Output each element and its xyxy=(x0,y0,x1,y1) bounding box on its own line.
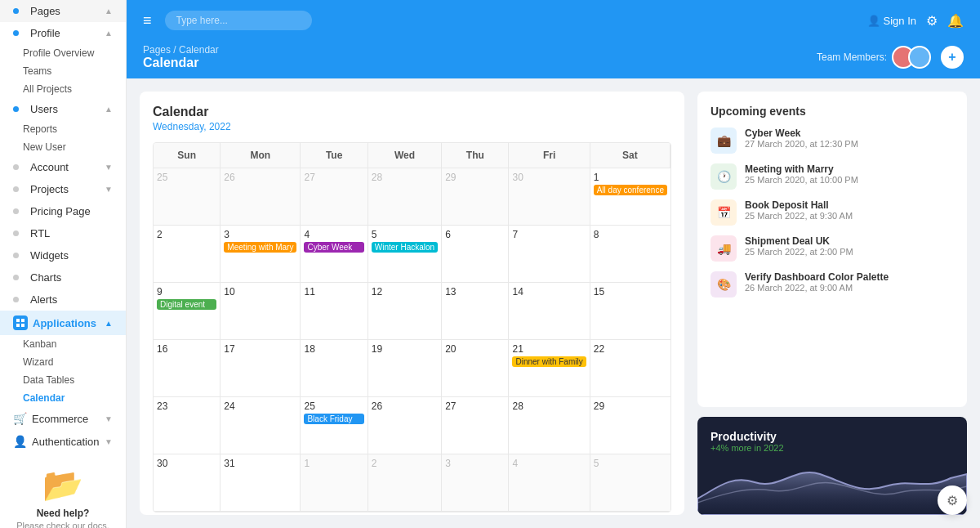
event-bar[interactable]: Digital event xyxy=(157,299,216,310)
applications-icon xyxy=(13,315,28,330)
cal-cell[interactable]: 10 xyxy=(220,283,301,340)
cal-cell[interactable]: 1All day conference xyxy=(590,168,670,226)
day-number: 17 xyxy=(224,343,296,355)
sidebar-item-charts[interactable]: Charts xyxy=(0,266,126,289)
cal-cell[interactable]: 27 xyxy=(442,397,509,454)
cal-cell[interactable]: 3Meeting with Mary xyxy=(220,226,301,283)
header-right: 👤 Sign In ⚙ 🔔 xyxy=(867,13,964,29)
sidebar-item-profile[interactable]: Profile ▲ xyxy=(0,22,126,44)
cal-cell[interactable]: 11 xyxy=(301,283,368,340)
cal-cell[interactable]: 30 xyxy=(509,168,590,226)
right-panel: Upcoming events 💼 Cyber Week 27 March 20… xyxy=(697,92,967,515)
cal-cell[interactable]: 1 xyxy=(301,454,368,512)
sidebar-item-users[interactable]: Users ▲ xyxy=(0,98,126,120)
sidebar-sub-calendar[interactable]: Calendar xyxy=(0,389,126,407)
cal-cell[interactable]: 26 xyxy=(220,168,301,226)
cal-cell[interactable]: 29 xyxy=(442,168,509,226)
cal-cell[interactable]: 9Digital event xyxy=(154,283,220,340)
cal-cell[interactable]: 15 xyxy=(590,283,670,340)
sidebar-sub-profile-overview[interactable]: Profile Overview xyxy=(0,44,126,62)
help-icon: 📂 xyxy=(13,466,113,504)
sidebar-sub-data-tables[interactable]: Data Tables xyxy=(0,371,126,389)
cal-cell[interactable]: 22 xyxy=(590,340,670,397)
svg-rect-1 xyxy=(21,319,24,322)
event-bar[interactable]: Dinner with Family xyxy=(512,356,586,367)
sidebar-item-projects[interactable]: Projects ▼ xyxy=(0,178,126,200)
cal-cell[interactable]: 5 xyxy=(590,454,670,512)
cal-cell[interactable]: 4 xyxy=(509,454,590,512)
notification-icon[interactable]: 🔔 xyxy=(947,13,964,29)
settings-fab-button[interactable]: ⚙ xyxy=(938,485,967,515)
sidebar-item-pages[interactable]: Pages ▲ xyxy=(0,0,126,22)
cal-cell[interactable]: 2 xyxy=(154,226,220,283)
cal-cell[interactable]: 5Winter Hackalon xyxy=(368,226,442,283)
cal-cell[interactable]: 24 xyxy=(220,397,301,454)
cal-cell[interactable]: 3 xyxy=(442,454,509,512)
event-info: Shipment Deal UK 25 March 2022, at 2:00 … xyxy=(745,235,853,257)
add-team-member-button[interactable]: + xyxy=(941,46,964,69)
cal-cell[interactable]: 31 xyxy=(220,454,301,512)
cal-cell[interactable]: 25Black Friday xyxy=(301,397,368,454)
calendar-grid: SunMonTueWedThuFriSat2526272829301All da… xyxy=(153,142,671,512)
sidebar-item-widgets[interactable]: Widgets xyxy=(0,244,126,266)
sidebar-sub-reports[interactable]: Reports xyxy=(0,120,126,138)
cal-cell[interactable]: 21Dinner with Family xyxy=(509,340,590,397)
team-members-area: Team Members: + xyxy=(817,46,964,69)
cal-cell[interactable]: 6 xyxy=(442,226,509,283)
cal-cell[interactable]: 17 xyxy=(220,340,301,397)
sidebar-sub-wizard[interactable]: Wizard xyxy=(0,353,126,371)
header-bottom: Pages / Calendar Calendar Team Members: … xyxy=(127,41,980,78)
event-bar[interactable]: Black Friday xyxy=(304,414,363,424)
users-chevron: ▲ xyxy=(105,105,113,114)
signin-button[interactable]: 👤 Sign In xyxy=(867,15,916,27)
sidebar-item-rtl[interactable]: RTL xyxy=(0,222,126,244)
cal-cell[interactable]: 8 xyxy=(590,226,670,283)
cal-cell[interactable]: 26 xyxy=(368,397,442,454)
day-number: 11 xyxy=(304,286,363,298)
cal-cell[interactable]: 16 xyxy=(154,340,220,397)
sidebar: Pages ▲ Profile ▲ Profile Overview Teams… xyxy=(0,0,127,528)
cal-cell[interactable]: 23 xyxy=(154,397,220,454)
cal-cell[interactable]: 30 xyxy=(154,454,220,512)
sidebar-sub-kanban[interactable]: Kanban xyxy=(0,335,126,353)
team-avatars xyxy=(892,46,931,69)
event-item: 🚚 Shipment Deal UK 25 March 2022, at 2:0… xyxy=(710,235,954,262)
cal-cell[interactable]: 28 xyxy=(368,168,442,226)
hamburger-icon[interactable]: ≡ xyxy=(143,12,152,29)
event-bar[interactable]: Cyber Week xyxy=(304,242,363,253)
cal-header-mon: Mon xyxy=(220,143,301,168)
cal-cell[interactable]: 13 xyxy=(442,283,509,340)
sidebar-help: 📂 Need help? Please check our docs. DOCU… xyxy=(0,453,126,528)
cal-cell[interactable]: 19 xyxy=(368,340,442,397)
team-members-label: Team Members: xyxy=(817,51,887,63)
cal-cell[interactable]: 25 xyxy=(154,168,220,226)
sidebar-sub-all-projects[interactable]: All Projects xyxy=(0,80,126,98)
event-bar[interactable]: Winter Hackalon xyxy=(372,242,438,253)
settings-icon[interactable]: ⚙ xyxy=(926,13,938,29)
cal-cell[interactable]: 29 xyxy=(590,397,670,454)
sidebar-rtl-label: RTL xyxy=(30,227,50,239)
sidebar-item-authentication[interactable]: 👤 Authentication ▼ xyxy=(0,430,126,453)
sidebar-sub-teams[interactable]: Teams xyxy=(0,62,126,80)
cal-cell[interactable]: 7 xyxy=(509,226,590,283)
sidebar-item-applications[interactable]: Applications ▲ xyxy=(0,311,126,335)
search-input[interactable] xyxy=(165,11,312,30)
sidebar-sub-new-user[interactable]: New User xyxy=(0,138,126,156)
sidebar-item-pricing[interactable]: Pricing Page xyxy=(0,200,126,222)
sidebar-item-alerts[interactable]: Alerts xyxy=(0,289,126,311)
cal-cell[interactable]: 4Cyber Week xyxy=(301,226,368,283)
cal-cell[interactable]: 2 xyxy=(368,454,442,512)
cal-cell[interactable]: 18 xyxy=(301,340,368,397)
sidebar-ecommerce-label: Ecommerce xyxy=(32,413,88,425)
cal-cell[interactable]: 12 xyxy=(368,283,442,340)
cal-cell[interactable]: 14 xyxy=(509,283,590,340)
event-bar[interactable]: All day conference xyxy=(594,185,667,195)
event-info: Book Deposit Hall 25 March 2022, at 9:30… xyxy=(745,199,853,221)
sidebar-item-account[interactable]: Account ▼ xyxy=(0,156,126,178)
cal-cell[interactable]: 27 xyxy=(301,168,368,226)
sidebar-item-ecommerce[interactable]: 🛒 Ecommerce ▼ xyxy=(0,407,126,430)
cal-cell[interactable]: 28 xyxy=(509,397,590,454)
cal-cell[interactable]: 20 xyxy=(442,340,509,397)
event-bar[interactable]: Meeting with Mary xyxy=(224,242,296,253)
breadcrumb-area: Pages / Calendar Calendar xyxy=(143,44,219,70)
